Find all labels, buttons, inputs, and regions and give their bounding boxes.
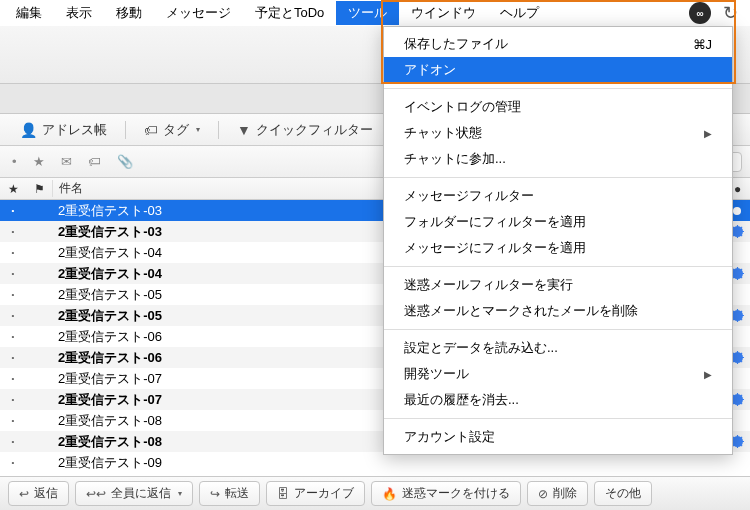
menu-移動[interactable]: 移動 xyxy=(104,1,154,25)
menu-item-アカウント設定[interactable]: アカウント設定 xyxy=(384,424,732,450)
submenu-arrow-icon: ▶ xyxy=(704,369,712,380)
menu-予定とToDo[interactable]: 予定とToDo xyxy=(243,1,336,25)
person-icon: 👤 xyxy=(20,122,37,138)
menu-item-label: メッセージフィルター xyxy=(404,187,534,205)
row-subject: 2重受信テスト-09 xyxy=(52,454,724,472)
row-bullet: • xyxy=(0,437,26,446)
menu-separator xyxy=(384,418,732,419)
message-row[interactable]: •2重受信テスト-09 xyxy=(0,452,750,473)
row-bullet: • xyxy=(0,353,26,362)
menu-separator xyxy=(384,329,732,330)
delete-button[interactable]: ⊘削除 xyxy=(527,481,588,506)
dot-icon[interactable]: • xyxy=(12,154,17,169)
attachment-icon[interactable]: 📎 xyxy=(117,154,133,169)
row-bullet: • xyxy=(0,311,26,320)
quick-filter-label: クイックフィルター xyxy=(256,121,373,139)
menu-item-label: フォルダーにフィルターを適用 xyxy=(404,213,586,231)
other-label: その他 xyxy=(605,485,641,502)
row-bullet: • xyxy=(0,458,26,467)
menu-item-label: イベントログの管理 xyxy=(404,98,521,116)
star-icon[interactable]: ★ xyxy=(33,154,45,169)
menu-item-フォルダーにフィルターを適用[interactable]: フォルダーにフィルターを適用 xyxy=(384,209,732,235)
reply-label: 返信 xyxy=(34,485,58,502)
menu-item-label: アドオン xyxy=(404,61,456,79)
row-bullet: • xyxy=(0,416,26,425)
separator xyxy=(125,121,126,139)
archive-icon: 🗄 xyxy=(277,487,289,501)
menu-item-チャットに参加...[interactable]: チャットに参加... xyxy=(384,146,732,172)
archive-label: アーカイブ xyxy=(294,485,354,502)
row-bullet: • xyxy=(0,374,26,383)
creative-cloud-icon[interactable]: ∞ xyxy=(689,2,711,24)
menu-ヘルプ[interactable]: ヘルプ xyxy=(488,1,551,25)
menu-item-最近の履歴を消去...[interactable]: 最近の履歴を消去... xyxy=(384,387,732,413)
address-book-label: アドレス帳 xyxy=(42,121,107,139)
menu-item-迷惑メールとマークされたメールを削除[interactable]: 迷惑メールとマークされたメールを削除 xyxy=(384,298,732,324)
menu-item-label: 迷惑メールフィルターを実行 xyxy=(404,276,573,294)
reply-button[interactable]: ↩返信 xyxy=(8,481,69,506)
reply-icon: ↩ xyxy=(19,487,29,501)
forward-button[interactable]: ↪転送 xyxy=(199,481,260,506)
menu-item-迷惑メールフィルターを実行[interactable]: 迷惑メールフィルターを実行 xyxy=(384,272,732,298)
delete-icon: ⊘ xyxy=(538,487,548,501)
menu-item-チャット状態[interactable]: チャット状態▶ xyxy=(384,120,732,146)
other-button[interactable]: その他 xyxy=(594,481,652,506)
menu-編集[interactable]: 編集 xyxy=(4,1,54,25)
col-tag[interactable]: ⚑ xyxy=(26,182,52,196)
chevron-down-icon: ▾ xyxy=(178,489,182,498)
footer-toolbar: ↩返信 ↩↩全員に返信▾ ↪転送 🗄アーカイブ 🔥迷惑マークを付ける ⊘削除 そ… xyxy=(0,476,750,510)
row-bullet: • xyxy=(0,395,26,404)
row-bullet: • xyxy=(0,332,26,341)
delete-label: 削除 xyxy=(553,485,577,502)
menubar: 編集表示移動メッセージ予定とToDoツールウインドウヘルプ ∞ ↻ xyxy=(0,0,750,26)
forward-label: 転送 xyxy=(225,485,249,502)
menu-separator xyxy=(384,177,732,178)
address-book-button[interactable]: 👤 アドレス帳 xyxy=(12,118,115,142)
menu-item-メッセージフィルター[interactable]: メッセージフィルター xyxy=(384,183,732,209)
menu-item-label: 最近の履歴を消去... xyxy=(404,391,519,409)
flame-icon: 🔥 xyxy=(382,487,397,501)
menu-メッセージ[interactable]: メッセージ xyxy=(154,1,243,25)
contact-icon[interactable]: ✉ xyxy=(61,154,72,169)
menu-item-label: チャット状態 xyxy=(404,124,482,142)
shortcut-label: ⌘J xyxy=(693,37,713,52)
menu-separator xyxy=(384,266,732,267)
sync-icon[interactable]: ↻ xyxy=(723,2,738,24)
quick-filter-button[interactable]: ▼ クイックフィルター xyxy=(229,118,381,142)
row-bullet: • xyxy=(0,290,26,299)
menu-item-label: アカウント設定 xyxy=(404,428,495,446)
tag-button[interactable]: 🏷 タグ ▾ xyxy=(136,118,208,142)
filter-icon: ▼ xyxy=(237,122,251,138)
archive-button[interactable]: 🗄アーカイブ xyxy=(266,481,365,506)
menu-item-設定とデータを読み込む...[interactable]: 設定とデータを読み込む... xyxy=(384,335,732,361)
junk-button[interactable]: 🔥迷惑マークを付ける xyxy=(371,481,521,506)
menu-item-イベントログの管理[interactable]: イベントログの管理 xyxy=(384,94,732,120)
menu-item-label: 迷惑メールとマークされたメールを削除 xyxy=(404,302,638,320)
menu-item-保存したファイル[interactable]: 保存したファイル⌘J xyxy=(384,31,732,57)
menu-ツール[interactable]: ツール xyxy=(336,1,399,25)
reply-all-button[interactable]: ↩↩全員に返信▾ xyxy=(75,481,193,506)
menu-item-アドオン[interactable]: アドオン xyxy=(384,57,732,83)
menu-item-label: メッセージにフィルターを適用 xyxy=(404,239,586,257)
tag-label: タグ xyxy=(163,121,189,139)
row-bullet: • xyxy=(0,248,26,257)
menu-item-開発ツール[interactable]: 開発ツール▶ xyxy=(384,361,732,387)
tag-icon: 🏷 xyxy=(144,122,158,138)
row-bullet: • xyxy=(0,269,26,278)
reply-all-label: 全員に返信 xyxy=(111,485,171,502)
menu-item-label: 設定とデータを読み込む... xyxy=(404,339,558,357)
menu-item-メッセージにフィルターを適用[interactable]: メッセージにフィルターを適用 xyxy=(384,235,732,261)
menu-item-label: 開発ツール xyxy=(404,365,469,383)
row-bullet: • xyxy=(0,206,26,215)
chevron-down-icon: ▾ xyxy=(196,125,200,134)
tag-filter-icon[interactable]: 🏷 xyxy=(88,154,101,169)
col-star[interactable]: ★ xyxy=(0,182,26,196)
separator xyxy=(218,121,219,139)
tools-menu-dropdown: 保存したファイル⌘Jアドオンイベントログの管理チャット状態▶チャットに参加...… xyxy=(383,26,733,455)
submenu-arrow-icon: ▶ xyxy=(704,128,712,139)
junk-label: 迷惑マークを付ける xyxy=(402,485,510,502)
menu-表示[interactable]: 表示 xyxy=(54,1,104,25)
menu-ウインドウ[interactable]: ウインドウ xyxy=(399,1,488,25)
menu-item-label: チャットに参加... xyxy=(404,150,506,168)
forward-icon: ↪ xyxy=(210,487,220,501)
